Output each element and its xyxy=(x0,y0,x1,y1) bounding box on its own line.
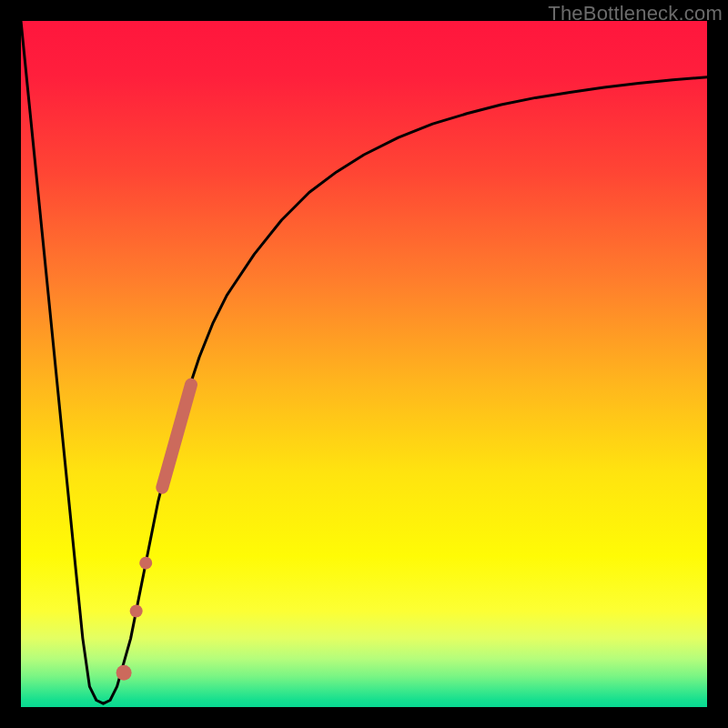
bottleneck-curve xyxy=(21,21,707,703)
highlight-dot xyxy=(116,665,132,681)
watermark-text: TheBottleneck.com xyxy=(548,2,723,25)
chart-frame: TheBottleneck.com xyxy=(0,0,728,728)
highlight-segment xyxy=(162,385,191,488)
chart-svg xyxy=(21,21,707,707)
highlight-dot xyxy=(130,604,143,617)
highlight-dot xyxy=(139,557,152,570)
